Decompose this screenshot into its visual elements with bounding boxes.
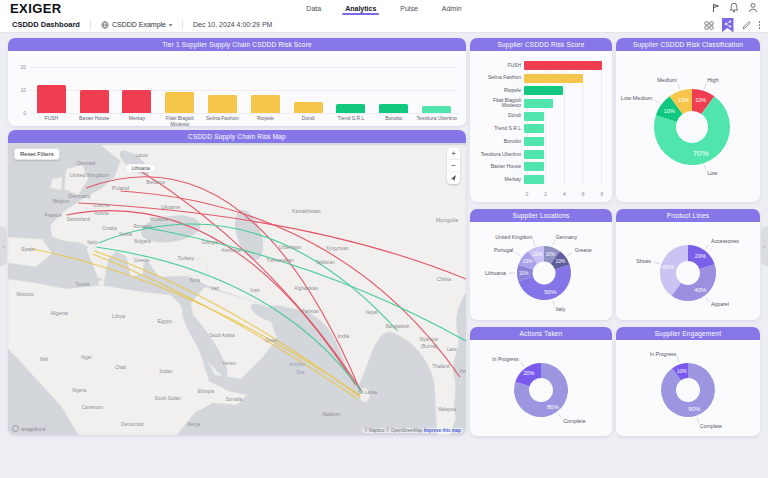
bar-fush[interactable] [37,85,66,113]
bar-baxter-house[interactable] [80,90,109,113]
reset-filters-button[interactable]: Reset Filters [14,148,60,160]
map-label-mali: Mali [40,357,48,362]
map-label-belarus: Belarus [146,179,165,185]
map-label-india: India [337,333,350,339]
nav-item-admin[interactable]: Admin [441,1,463,16]
data-grid-icon[interactable] [704,21,714,30]
bar-filati-biagioli-modesto[interactable] [524,99,553,108]
map-label-bangladesh: Bangladesh [386,324,410,329]
slice-name-label: United Kingdom [495,234,532,240]
bar-filati-biagioli-modesto[interactable] [165,92,194,113]
map-label-romania: Romania [134,224,153,229]
bookmark-share-icon[interactable] [722,18,734,33]
slice-percent-label: 10% [523,259,533,264]
bar-fush[interactable] [524,61,602,70]
bar-dondi[interactable] [294,102,323,114]
slice-percent-label: 20% [695,253,706,259]
y-tick-label: 10 [10,87,26,93]
map-label-chad: Chad [115,365,126,370]
bar-trend-s-r-l[interactable] [336,104,365,113]
map-label-sea: Sea [296,370,305,375]
map-label-united-kingdom: United Kingdom [70,172,110,178]
row-label-selina-fashion: Selina Fashion [474,75,524,81]
carousel-left-handle[interactable]: ‹ [0,226,7,266]
x-tick-label: 2 [544,191,547,197]
map-label-somalia: Somalia [226,397,243,402]
bar-selina-fashion[interactable] [524,74,583,83]
risk-classification-card: Supplier CSDDD Risk Classification 10%Hi… [616,38,760,202]
map-label-georgia: Georgia [202,240,219,245]
map-label-tajikistan: Tajikistan [316,260,335,265]
row-label-trend-s-r-l: Trend S.R.L [474,126,524,132]
map-label-czechia: Czechia [93,203,110,208]
bar-merkay[interactable] [122,90,151,113]
bar-merkay[interactable] [524,175,544,184]
bar-riopele[interactable] [524,86,563,95]
x-label-bonotto: Bonotto [373,116,415,126]
slice-name-label: Complete [563,418,585,424]
compass-button[interactable] [447,172,460,184]
map-label-serbia: Serbia [119,232,133,237]
bar-tessitura-ubertino[interactable] [524,150,544,159]
map-label-maldives: Maldives [323,412,342,417]
map-label-lithuania: Lithuania [131,166,150,171]
zoom-in-button[interactable]: + [447,148,460,160]
map-label-viet: Viet [459,369,466,374]
bar-bonotto[interactable] [524,137,544,146]
map-canvas[interactable]: United KingdomDenmarkLatviaLithuaniaBela… [8,143,466,435]
risk-map-card: CSDDD Supply Chain Risk Map [8,130,466,435]
nav-item-data[interactable]: Data [305,1,322,16]
bar-row: Merkay [474,173,602,186]
zoom-out-button[interactable]: − [447,160,460,172]
map-label-sri-lanka: Sri Lanka [358,390,378,395]
nav-item-pulse[interactable]: Pulse [399,1,419,16]
map-label-azerbaijan: Azerbaijan [221,248,243,253]
bar-selina-fashion[interactable] [208,95,237,113]
bar-trend-s-r-l[interactable] [524,124,544,133]
improve-map-link[interactable]: Improve this map [424,428,461,433]
dashboard-selector[interactable]: CSDDD Example ▾ [101,21,172,29]
bar-riopele[interactable] [251,95,280,113]
carousel-right-handle[interactable]: › [761,226,768,266]
map-label-myanmar: Myanmar [419,337,438,342]
bar-tessitura-ubertino[interactable] [422,106,451,113]
share-nodes-icon [724,20,732,28]
slice-percent-label: 90% [688,406,701,412]
slice-percent-label: 80% [547,404,560,410]
map-label-bulgaria: Bulgaria [134,239,151,244]
supply-chain-map[interactable]: United KingdomDenmarkLatviaLithuaniaBela… [8,143,466,435]
whats-new-icon[interactable] [711,3,720,13]
card-title: Supplier Locations [470,209,612,222]
map-label-libya: Libya [112,313,126,319]
dashboard-timestamp: Dec 10, 2024 4:00:29 PM [193,21,272,28]
supplier-locations-donut: 10%Germany10%Greece50%Italy10%Lithuania1… [470,222,612,320]
divider [182,20,183,30]
bar-bonotto[interactable] [379,104,408,113]
top-icons [711,2,758,13]
edit-pencil-icon[interactable] [742,21,751,30]
map-label-ukraine: Ukraine [161,204,180,210]
bar-baxter-house[interactable] [524,162,544,171]
slice-percent-label: 10% [677,368,688,374]
nav-item-analytics[interactable]: Analytics [344,1,377,16]
map-label-ethiopia: Ethiopia [198,389,215,394]
notifications-bell-icon[interactable] [729,2,739,13]
slice-name-label: Apparel [711,301,729,307]
user-avatar-icon[interactable] [748,2,758,13]
overflow-menu-icon[interactable] [759,21,761,29]
map-label-thailand: Thailand [432,364,450,369]
bar-row: Filati Biagioli Modesto [474,97,602,110]
bar-row: Riopele [474,84,602,97]
card-title: Actions Taken [470,327,612,340]
x-label-filati-biagioli-modesto: Filati Biagioli Modesto [159,116,201,126]
map-label-nepal: Nepal [366,310,378,315]
bar-row: Dondi [474,110,602,123]
map-label-switzerland: Switzerland [67,217,91,222]
bar-dondi[interactable] [524,112,544,121]
map-label-morocco: Morocco [16,292,34,297]
map-label-kenya: Kenya [187,422,200,427]
x-tick-label: 6 [582,191,585,197]
top-bar: EXIGER Data Analytics Pulse Admin [0,0,768,17]
map-label-democratic: Democratic [121,422,145,427]
row-label-merkay: Merkay [474,177,524,183]
